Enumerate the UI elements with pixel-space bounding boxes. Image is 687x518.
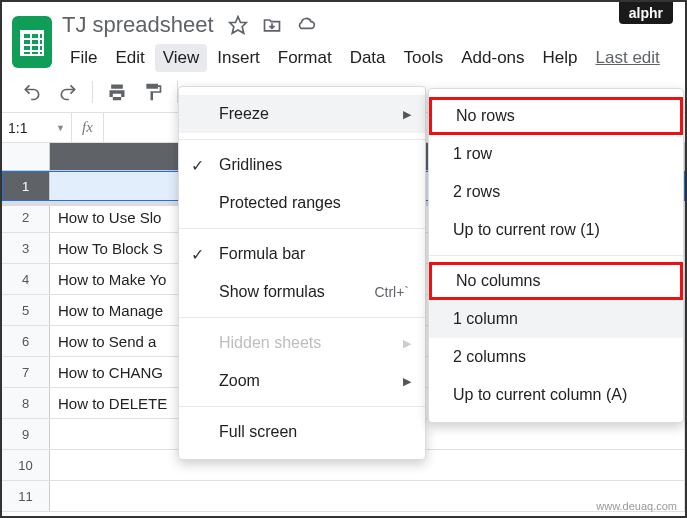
- menu-format[interactable]: Format: [270, 44, 340, 72]
- freeze-2-rows[interactable]: 2 rows: [429, 173, 683, 211]
- doc-title[interactable]: TJ spreadsheet: [62, 12, 214, 38]
- row-header[interactable]: 11: [2, 481, 50, 511]
- menu-show-formulas[interactable]: Show formulasCtrl+`: [179, 273, 425, 311]
- menu-data[interactable]: Data: [342, 44, 394, 72]
- cloud-status-icon[interactable]: [296, 15, 316, 35]
- check-icon: ✓: [191, 245, 204, 264]
- check-icon: ✓: [191, 156, 204, 175]
- row-header[interactable]: 4: [2, 264, 50, 294]
- menu-label: Formula bar: [219, 245, 305, 263]
- header: TJ spreadsheet File Edit View Insert For…: [2, 2, 685, 72]
- menu-separator: [179, 228, 425, 229]
- watermark-url: www.deuaq.com: [596, 500, 677, 512]
- freeze-up-to-row[interactable]: Up to current row (1): [429, 211, 683, 249]
- row-header[interactable]: 7: [2, 357, 50, 387]
- menu-label: Up to current column (A): [453, 386, 627, 404]
- menu-label: Protected ranges: [219, 194, 341, 212]
- submenu-arrow-icon: ▶: [403, 375, 411, 388]
- menu-addons[interactable]: Add-ons: [453, 44, 532, 72]
- row-header[interactable]: 9: [2, 419, 50, 449]
- menu-formula-bar[interactable]: ✓Formula bar: [179, 235, 425, 273]
- freeze-1-column[interactable]: 1 column: [429, 300, 683, 338]
- menu-label: Freeze: [219, 105, 269, 123]
- menu-label: 1 column: [453, 310, 518, 328]
- menu-full-screen[interactable]: Full screen: [179, 413, 425, 451]
- menu-separator: [179, 317, 425, 318]
- shortcut-label: Ctrl+`: [374, 284, 409, 300]
- menu-label: Up to current row (1): [453, 221, 600, 239]
- name-box-value: 1:1: [8, 120, 27, 136]
- cell[interactable]: [50, 481, 685, 511]
- menu-tools[interactable]: Tools: [396, 44, 452, 72]
- menu-insert[interactable]: Insert: [209, 44, 268, 72]
- paint-format-icon[interactable]: [141, 80, 165, 104]
- menu-label: Gridlines: [219, 156, 282, 174]
- caret-down-icon: ▼: [56, 123, 65, 133]
- undo-icon[interactable]: [20, 80, 44, 104]
- menu-freeze[interactable]: Freeze▶: [179, 95, 425, 133]
- row-header[interactable]: 5: [2, 295, 50, 325]
- row-header[interactable]: 8: [2, 388, 50, 418]
- menu-separator: [179, 406, 425, 407]
- menu-label: No columns: [456, 272, 540, 290]
- submenu-arrow-icon: ▶: [403, 108, 411, 121]
- menu-zoom[interactable]: Zoom▶: [179, 362, 425, 400]
- menu-view[interactable]: View: [155, 44, 208, 72]
- menu-label: Full screen: [219, 423, 297, 441]
- view-dropdown: Freeze▶ ✓Gridlines Protected ranges ✓For…: [178, 86, 426, 460]
- menubar: File Edit View Insert Format Data Tools …: [62, 44, 677, 72]
- row-header[interactable]: 6: [2, 326, 50, 356]
- menu-label: Zoom: [219, 372, 260, 390]
- freeze-no-rows[interactable]: No rows: [429, 97, 683, 135]
- fx-label: fx: [72, 113, 104, 142]
- freeze-1-row[interactable]: 1 row: [429, 135, 683, 173]
- row-header[interactable]: 1: [2, 171, 50, 201]
- redo-icon[interactable]: [56, 80, 80, 104]
- menu-hidden-sheets: Hidden sheets▶: [179, 324, 425, 362]
- menu-file[interactable]: File: [62, 44, 105, 72]
- menu-label: Show formulas: [219, 283, 325, 301]
- submenu-arrow-icon: ▶: [403, 337, 411, 350]
- menu-help[interactable]: Help: [535, 44, 586, 72]
- menu-label: No rows: [456, 107, 515, 125]
- last-edit-link[interactable]: Last edit: [596, 48, 660, 68]
- move-to-folder-icon[interactable]: [262, 15, 282, 35]
- name-box[interactable]: 1:1 ▼: [2, 113, 72, 142]
- print-icon[interactable]: [105, 80, 129, 104]
- star-icon[interactable]: [228, 15, 248, 35]
- menu-label: Hidden sheets: [219, 334, 321, 352]
- toolbar-separator: [92, 81, 93, 103]
- freeze-2-columns[interactable]: 2 columns: [429, 338, 683, 376]
- menu-label: 2 columns: [453, 348, 526, 366]
- freeze-submenu: No rows 1 row 2 rows Up to current row (…: [428, 88, 684, 423]
- menu-gridlines[interactable]: ✓Gridlines: [179, 146, 425, 184]
- menu-label: 1 row: [453, 145, 492, 163]
- freeze-up-to-column[interactable]: Up to current column (A): [429, 376, 683, 414]
- row-header[interactable]: 3: [2, 233, 50, 263]
- menu-separator: [429, 255, 683, 256]
- row-header[interactable]: 2: [2, 202, 50, 232]
- row-header[interactable]: 10: [2, 450, 50, 480]
- table-row[interactable]: 11: [2, 481, 685, 512]
- alphr-badge: alphr: [619, 2, 673, 24]
- sheets-logo-icon[interactable]: [12, 16, 52, 68]
- menu-separator: [179, 139, 425, 140]
- menu-label: 2 rows: [453, 183, 500, 201]
- menu-edit[interactable]: Edit: [107, 44, 152, 72]
- select-all-corner[interactable]: [2, 143, 50, 170]
- menu-protected-ranges[interactable]: Protected ranges: [179, 184, 425, 222]
- freeze-no-columns[interactable]: No columns: [429, 262, 683, 300]
- svg-marker-0: [229, 17, 246, 34]
